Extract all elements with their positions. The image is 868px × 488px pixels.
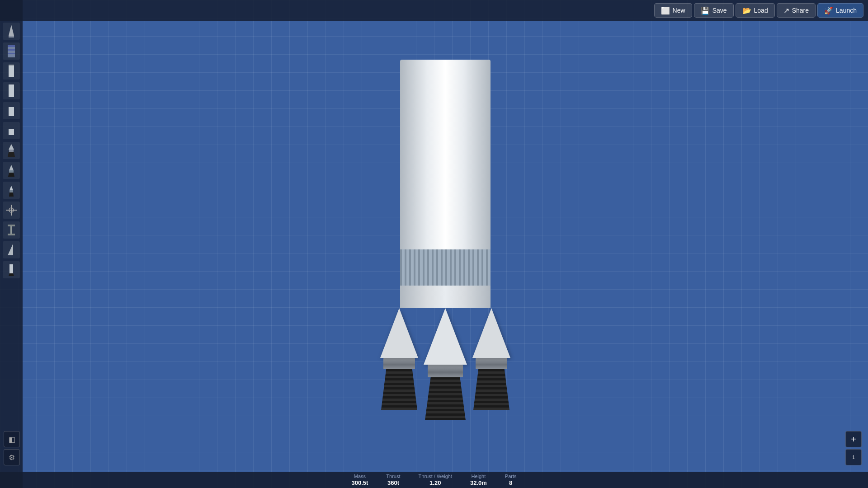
mass-value: 300.5t	[351, 479, 368, 487]
height-value: 32.0m	[470, 479, 487, 487]
stat-mass: Mass 300.5t	[351, 474, 368, 487]
engine-section	[373, 308, 518, 412]
stat-parts: Parts 8	[505, 474, 517, 487]
svg-rect-5	[8, 53, 15, 54]
svg-rect-27	[9, 264, 13, 273]
sidebar-toggle-button[interactable]: ◧	[4, 431, 20, 447]
new-label: New	[673, 7, 685, 14]
part-engine-2[interactable]	[3, 162, 20, 179]
settings-button[interactable]: ⚙	[4, 449, 20, 465]
engine-pod-left	[380, 308, 418, 410]
svg-rect-8	[9, 84, 14, 97]
new-button[interactable]: ⬜ New	[654, 3, 692, 18]
part-engine-3[interactable]	[3, 182, 20, 199]
parts-value: 8	[509, 479, 512, 487]
svg-rect-7	[9, 65, 14, 66]
part-nose-cone[interactable]	[3, 23, 20, 40]
svg-rect-12	[9, 150, 14, 152]
stat-thrust: Thrust 360t	[386, 474, 400, 487]
svg-rect-15	[9, 170, 14, 173]
svg-rect-18	[9, 190, 13, 192]
svg-marker-13	[8, 152, 15, 157]
svg-rect-9	[9, 107, 14, 116]
svg-marker-17	[9, 186, 13, 190]
load-icon: 📂	[742, 6, 751, 15]
svg-marker-14	[9, 165, 14, 170]
thrust-value: 360t	[387, 479, 399, 487]
part-tank-3[interactable]	[3, 102, 20, 119]
part-tank-2[interactable]	[3, 82, 20, 99]
zoom-level: 1	[845, 449, 862, 465]
share-button[interactable]: ↗ Share	[777, 3, 816, 18]
new-icon: ⬜	[661, 6, 670, 15]
stat-height: Height 32.0m	[470, 474, 487, 487]
zoom-in-button[interactable]: +	[845, 431, 862, 447]
svg-rect-1	[9, 36, 14, 38]
zoom-controls: + 1	[845, 431, 862, 465]
svg-rect-25	[8, 234, 15, 235]
rocket-ribbed-section	[400, 249, 491, 286]
rocket-scene	[23, 0, 868, 472]
launch-button[interactable]: 🚀 Launch	[817, 3, 863, 18]
parts-sidebar	[0, 0, 23, 488]
tw-value: 1.20	[429, 479, 441, 487]
svg-rect-3	[8, 45, 15, 47]
svg-marker-16	[8, 173, 14, 177]
part-fin[interactable]	[3, 241, 20, 258]
svg-marker-0	[9, 25, 14, 36]
svg-rect-4	[8, 49, 15, 51]
rocket-upper-body	[400, 60, 491, 249]
height-label: Height	[471, 474, 486, 479]
save-button[interactable]: 💾 Save	[694, 3, 734, 18]
part-separator[interactable]	[3, 202, 20, 219]
part-tank-striped[interactable]	[3, 42, 20, 60]
svg-rect-10	[9, 129, 14, 135]
svg-rect-6	[9, 65, 14, 77]
part-booster[interactable]	[3, 261, 20, 278]
svg-marker-11	[9, 144, 14, 150]
share-icon: ↗	[783, 6, 789, 15]
part-tank-4[interactable]	[3, 122, 20, 139]
part-engine-1[interactable]	[3, 142, 20, 159]
load-button[interactable]: 📂 Load	[736, 3, 775, 18]
engines-row	[380, 308, 510, 420]
save-icon: 💾	[701, 6, 710, 15]
part-strut[interactable]	[3, 221, 20, 239]
thrust-label: Thrust	[386, 474, 400, 479]
svg-marker-19	[9, 192, 14, 197]
save-label: Save	[712, 7, 727, 14]
svg-marker-26	[8, 244, 13, 255]
rocket-model	[373, 60, 518, 412]
mass-label: Mass	[354, 474, 366, 479]
toolbar: ⬜ New 💾 Save 📂 Load ↗ Share 🚀 Launch	[0, 0, 868, 21]
tw-label: Thrust / Weight	[419, 474, 452, 479]
launch-icon: 🚀	[824, 6, 833, 15]
engine-pod-center	[424, 308, 467, 420]
launch-label: Launch	[836, 7, 857, 14]
sidebar-toggle: ◧ ⚙	[4, 431, 20, 465]
parts-label: Parts	[505, 474, 517, 479]
stat-tw: Thrust / Weight 1.20	[419, 474, 452, 487]
svg-rect-24	[8, 225, 15, 226]
rocket-lower-section	[400, 286, 491, 308]
load-label: Load	[754, 7, 768, 14]
share-label: Share	[792, 7, 809, 14]
part-tank-1[interactable]	[3, 62, 20, 80]
status-bar: Mass 300.5t Thrust 360t Thrust / Weight …	[0, 472, 868, 488]
svg-marker-28	[9, 273, 14, 276]
engine-pod-right	[472, 308, 510, 410]
